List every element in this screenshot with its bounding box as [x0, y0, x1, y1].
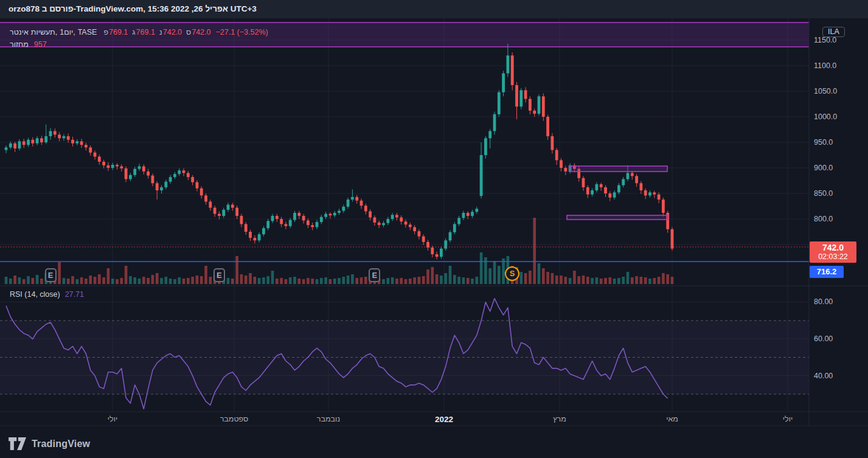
candle-body	[285, 224, 288, 226]
volume-bar	[364, 277, 367, 284]
candle-body	[67, 136, 70, 140]
candle-body	[529, 99, 532, 111]
candle-body	[80, 141, 83, 145]
volume-bar	[538, 263, 541, 284]
drawing-price-label: 716.2	[810, 266, 844, 278]
candle-body	[648, 192, 651, 195]
volume-bar	[13, 276, 16, 284]
volume-bar	[227, 278, 230, 284]
volume-bar	[382, 279, 385, 284]
candle-body	[27, 140, 30, 145]
volume-bar	[502, 258, 505, 284]
candle-body	[640, 183, 643, 190]
price-tick-label: 800.0	[814, 214, 833, 224]
volume-bar	[355, 278, 358, 284]
volume-bar	[529, 271, 532, 284]
candle-body	[631, 173, 634, 176]
candle-body	[178, 170, 181, 174]
candle-body	[511, 55, 514, 85]
volume-bar	[85, 279, 88, 284]
candle-body	[564, 168, 567, 172]
candle-body	[502, 74, 505, 92]
candle-body	[360, 201, 363, 206]
candle-body	[413, 227, 416, 231]
sell-marker[interactable]: S	[505, 266, 519, 281]
volume-bar	[133, 277, 136, 284]
volume-bar	[254, 277, 257, 284]
candle-body	[71, 140, 74, 144]
volume-bar	[138, 279, 141, 284]
candle-body	[231, 204, 234, 207]
candle-body	[555, 150, 558, 161]
symbol-title[interactable]: אינטרתעשיות,1יום,TASE	[10, 28, 97, 36]
candle-body	[44, 136, 47, 142]
symbol-title-token[interactable]: 1יום,	[60, 28, 75, 36]
volume-bar	[444, 273, 447, 284]
volume-bar	[542, 268, 545, 284]
volume-bar	[178, 277, 181, 284]
candle-body	[591, 190, 594, 195]
time-axis-label: 2022	[417, 415, 471, 424]
candle-body	[436, 254, 439, 257]
ohlc-item: פ769.1	[103, 28, 128, 36]
volume-legend[interactable]: מחזור 957	[10, 40, 47, 49]
candle-body	[440, 249, 443, 257]
candle-body	[147, 172, 150, 176]
candle-body	[204, 195, 207, 201]
candle-body	[266, 221, 269, 228]
volume-bar	[27, 276, 30, 284]
symbol-title-token[interactable]: TASE	[78, 28, 97, 36]
rsi-legend[interactable]: RSI (14, close) 27.71	[10, 290, 84, 299]
candle-body	[622, 179, 625, 185]
earnings-marker[interactable]: E	[369, 268, 380, 282]
candle-body	[617, 186, 620, 193]
candle-body	[89, 147, 92, 152]
candle-body	[316, 222, 319, 227]
volume-bar	[285, 279, 288, 284]
earnings-marker[interactable]: E	[214, 268, 225, 282]
candle-body	[400, 217, 403, 221]
candle-body	[507, 55, 510, 73]
volume-bar	[631, 277, 634, 284]
volume-bar	[147, 278, 150, 284]
earnings-marker[interactable]: E	[45, 268, 57, 282]
chart-canvas[interactable]	[0, 0, 868, 458]
ohlc-item: נ742.0	[159, 28, 182, 36]
symbol-title-token[interactable]: תעשיות,	[31, 28, 57, 36]
candle-body	[58, 134, 61, 138]
volume-bar	[426, 269, 429, 284]
candle-body	[200, 189, 203, 196]
volume-bar	[436, 274, 439, 284]
volume-bar	[9, 279, 12, 284]
candle-body	[302, 216, 305, 221]
volume-bar	[573, 271, 576, 284]
volume-bar	[418, 277, 421, 284]
volume-bar	[271, 271, 274, 284]
volume-bar	[476, 277, 479, 284]
candle-body	[391, 215, 394, 219]
candle-body	[102, 162, 105, 165]
volume-bar	[316, 279, 319, 284]
volume-bar	[329, 279, 332, 284]
volume-bar	[613, 279, 616, 284]
candle-body	[386, 219, 389, 223]
volume-bar	[191, 277, 194, 284]
volume-bar	[142, 277, 145, 284]
candle-body	[342, 207, 345, 211]
candle-body	[484, 138, 487, 155]
volume-bar	[333, 279, 336, 284]
tradingview-footer[interactable]: TradingView	[9, 437, 90, 450]
candle-body	[54, 131, 57, 135]
candle-body	[107, 165, 110, 168]
candle-body	[40, 138, 43, 142]
time-axis-label: מרץ	[532, 415, 587, 423]
drawing-rect_upper[interactable]	[569, 166, 667, 172]
volume-bar	[409, 279, 412, 284]
candle-body	[249, 232, 252, 238]
volume-bar	[627, 272, 630, 284]
symbol-legend[interactable]: אינטרתעשיות,1יום,TASE פ769.1ג769.1נ742.0…	[10, 28, 268, 36]
symbol-title-token[interactable]: אינטר	[10, 28, 29, 36]
drawing-rect_lower[interactable]	[567, 215, 668, 220]
candle-body	[467, 213, 470, 216]
candle-body	[227, 204, 230, 209]
